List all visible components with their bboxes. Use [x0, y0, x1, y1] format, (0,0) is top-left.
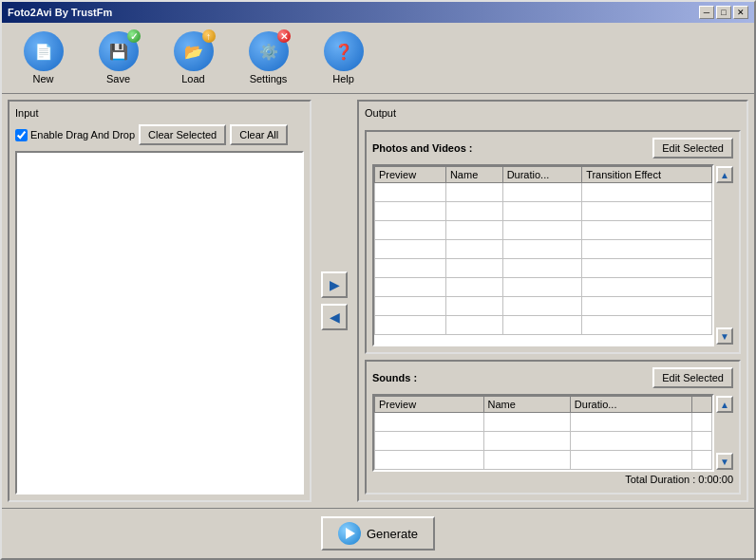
table-row	[375, 259, 712, 278]
col-transition: Transition Effect	[582, 167, 712, 183]
total-duration-label: Total Duration :	[625, 474, 695, 485]
output-panel-title: Output	[365, 107, 741, 119]
sounds-label: Sounds :	[372, 372, 417, 383]
sounds-content: Preview Name Duratio...	[372, 394, 733, 472]
help-label: Help	[332, 73, 354, 84]
play-triangle	[346, 528, 355, 539]
drag-drop-text: Enable Drag And Drop	[30, 129, 135, 140]
photos-label: Photos and Videos :	[372, 142, 473, 154]
new-button[interactable]: 📄 New	[8, 27, 79, 89]
table-row	[375, 202, 712, 221]
table-row	[375, 278, 712, 297]
table-row	[375, 240, 712, 259]
title-bar: Foto2Avi By TrustFm ─ □ ✕	[2, 2, 754, 23]
total-duration-value: 0:00:00	[698, 474, 733, 485]
scroll-down-icon: ▼	[720, 331, 729, 342]
total-duration: Total Duration : 0:00:00	[372, 472, 733, 487]
scroll-up-icon: ▲	[720, 170, 729, 180]
input-panel-title: Input	[15, 107, 304, 119]
sounds-col-name: Name	[483, 397, 570, 413]
sounds-edit-selected-button[interactable]: Edit Selected	[652, 367, 733, 388]
window-title: Foto2Avi By TrustFm	[8, 7, 112, 18]
load-label: Load	[181, 73, 204, 84]
sounds-table-wrapper: Preview Name Duratio...	[372, 394, 714, 472]
sounds-col-duration: Duratio...	[570, 397, 691, 413]
arrow-left-icon: ◀	[330, 309, 340, 325]
table-row	[375, 183, 712, 202]
load-badge: ↑	[202, 29, 216, 43]
photos-scroll-buttons: ▲ ▼	[716, 164, 733, 346]
settings-button[interactable]: ⚙️ ✕ Settings	[233, 27, 304, 89]
generate-label: Generate	[367, 527, 418, 541]
sounds-scroll-up-button[interactable]: ▲	[716, 396, 733, 413]
generate-button[interactable]: Generate	[321, 516, 435, 551]
table-row	[375, 451, 712, 470]
table-row	[375, 221, 712, 240]
sounds-col-preview: Preview	[375, 397, 484, 413]
save-label: Save	[106, 73, 130, 84]
photos-scroll-up-button[interactable]: ▲	[716, 166, 733, 183]
new-icon: 📄	[24, 31, 64, 71]
col-preview: Preview	[375, 167, 446, 183]
photos-scroll-down-button[interactable]: ▼	[716, 327, 733, 345]
arrow-right-icon: ▶	[330, 277, 340, 292]
save-button[interactable]: 💾 ✓ Save	[83, 27, 154, 89]
scroll-down-icon: ▼	[720, 457, 729, 467]
photos-content: Preview Name Duratio... Transition Effec…	[372, 164, 733, 346]
input-list[interactable]	[15, 151, 304, 495]
photos-section: Photos and Videos : Edit Selected Previe…	[365, 130, 741, 354]
table-row	[375, 297, 712, 316]
settings-label: Settings	[250, 73, 288, 84]
table-row	[375, 432, 712, 451]
sounds-header: Sounds : Edit Selected	[372, 367, 733, 388]
clear-selected-button[interactable]: Clear Selected	[139, 124, 226, 145]
load-button[interactable]: 📂 ↑ Load	[158, 27, 229, 89]
arrow-right-button[interactable]: ▶	[321, 271, 348, 298]
toolbar: 📄 New 💾 ✓ Save 📂 ↑ Load	[2, 23, 754, 94]
sounds-table: Preview Name Duratio...	[374, 396, 712, 470]
col-duration: Duratio...	[502, 167, 582, 183]
scroll-up-icon: ▲	[720, 400, 729, 410]
output-panel: Output Photos and Videos : Edit Selected…	[357, 100, 748, 502]
help-icon: ❓	[324, 31, 364, 71]
save-badge: ✓	[127, 29, 141, 43]
photos-table: Preview Name Duratio... Transition Effec…	[374, 166, 712, 335]
drag-drop-label[interactable]: Enable Drag And Drop	[15, 129, 135, 141]
new-label: New	[32, 73, 53, 84]
table-row	[375, 316, 712, 335]
minimize-button[interactable]: ─	[699, 6, 714, 19]
generate-play-icon	[338, 522, 361, 545]
main-content: Input Enable Drag And Drop Clear Selecte…	[2, 94, 754, 508]
maximize-button[interactable]: □	[716, 6, 731, 19]
settings-badge: ✕	[277, 29, 291, 43]
main-window: Foto2Avi By TrustFm ─ □ ✕ 📄 New 💾 ✓	[0, 0, 756, 560]
sounds-scroll-down-button[interactable]: ▼	[716, 453, 733, 470]
clear-all-button[interactable]: Clear All	[230, 124, 288, 145]
sounds-section: Sounds : Edit Selected Preview Name Dura…	[365, 360, 741, 495]
generate-bar: Generate	[2, 508, 754, 558]
photos-header: Photos and Videos : Edit Selected	[372, 138, 733, 159]
input-toolbar: Enable Drag And Drop Clear Selected Clea…	[15, 124, 304, 145]
col-name: Name	[445, 167, 502, 183]
arrow-left-button[interactable]: ◀	[321, 304, 348, 330]
input-panel: Input Enable Drag And Drop Clear Selecte…	[8, 100, 312, 502]
table-row	[375, 413, 712, 432]
sounds-scroll-buttons: ▲ ▼	[716, 394, 733, 472]
window-controls: ─ □ ✕	[699, 6, 748, 19]
photos-edit-selected-button[interactable]: Edit Selected	[652, 138, 733, 159]
help-button[interactable]: ❓ Help	[308, 27, 379, 89]
close-button[interactable]: ✕	[733, 6, 748, 19]
sounds-col-extra	[691, 397, 711, 413]
photos-table-wrapper: Preview Name Duratio... Transition Effec…	[372, 164, 714, 346]
drag-drop-checkbox[interactable]	[15, 129, 28, 141]
transfer-arrows: ▶ ◀	[317, 100, 351, 502]
